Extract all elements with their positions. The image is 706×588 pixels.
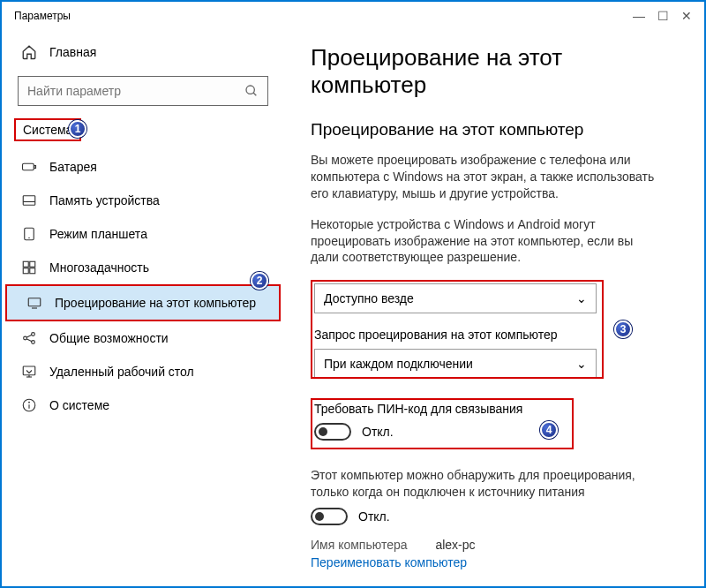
rename-link[interactable]: Переименовать компьютер bbox=[311, 555, 467, 569]
power-state: Откл. bbox=[358, 509, 390, 524]
content-area: Проецирование на этот компьютер Проециро… bbox=[284, 30, 704, 586]
svg-rect-2 bbox=[23, 163, 34, 170]
svg-rect-3 bbox=[34, 166, 36, 169]
battery-icon bbox=[21, 159, 37, 175]
maximize-button[interactable]: ☐ bbox=[657, 9, 669, 23]
search-input[interactable] bbox=[27, 84, 244, 98]
search-box[interactable] bbox=[18, 76, 268, 106]
desc-1: Вы можете проецировать изображение с тел… bbox=[311, 152, 664, 202]
nav-remote[interactable]: Удаленный рабочий стол bbox=[2, 355, 284, 388]
search-icon bbox=[244, 84, 259, 98]
project-icon bbox=[26, 295, 42, 311]
pin-toggle[interactable] bbox=[314, 423, 351, 441]
nav-about[interactable]: О системе bbox=[2, 388, 284, 422]
tablet-icon bbox=[21, 226, 37, 242]
nav-battery[interactable]: Батарея bbox=[2, 150, 284, 184]
page-subtitle: Проецирование на этот компьютер bbox=[311, 120, 680, 139]
multitask-icon bbox=[21, 260, 37, 275]
page-title: Проецирование на этот компьютер bbox=[311, 44, 680, 99]
nav-shared[interactable]: Общие возможности bbox=[2, 321, 284, 355]
nav-tablet[interactable]: Режим планшета bbox=[2, 217, 284, 251]
svg-point-15 bbox=[32, 333, 35, 336]
nav-projecting[interactable]: Проецирование на этот компьютер bbox=[5, 284, 281, 321]
home-link[interactable]: Главная bbox=[2, 35, 284, 72]
svg-line-18 bbox=[26, 339, 32, 342]
power-label: Этот компьютер можно обнаружить для прое… bbox=[311, 467, 664, 501]
pin-state: Откл. bbox=[362, 425, 394, 439]
shared-icon bbox=[21, 330, 37, 346]
callout-1: 1 bbox=[69, 120, 86, 138]
titlebar: Параметры — ☐ ✕ bbox=[2, 2, 704, 30]
chevron-down-icon: ⌄ bbox=[576, 357, 587, 371]
home-label: Главная bbox=[49, 45, 96, 59]
svg-rect-12 bbox=[28, 298, 41, 306]
ask-dropdown[interactable]: При каждом подключении ⌄ bbox=[314, 349, 597, 379]
storage-icon bbox=[21, 192, 37, 208]
callout-2: 2 bbox=[251, 272, 268, 290]
info-icon bbox=[21, 397, 37, 413]
pc-name-row: Имя компьютера alex-pc bbox=[311, 538, 680, 552]
power-toggle[interactable] bbox=[311, 508, 348, 525]
window-title: Параметры bbox=[14, 10, 71, 22]
svg-point-24 bbox=[29, 402, 30, 403]
window-controls: — ☐ ✕ bbox=[633, 9, 692, 23]
svg-point-0 bbox=[246, 86, 254, 94]
svg-rect-8 bbox=[23, 261, 28, 267]
svg-rect-4 bbox=[23, 196, 35, 206]
svg-rect-11 bbox=[30, 268, 35, 274]
nav-storage[interactable]: Память устройства bbox=[2, 184, 284, 217]
svg-point-14 bbox=[24, 336, 27, 340]
close-button[interactable]: ✕ bbox=[681, 9, 692, 23]
svg-line-17 bbox=[26, 335, 32, 337]
chevron-down-icon: ⌄ bbox=[576, 291, 587, 305]
svg-line-1 bbox=[253, 93, 256, 95]
svg-rect-10 bbox=[23, 268, 28, 274]
pin-label: Требовать ПИН-код для связывания bbox=[314, 402, 676, 416]
minimize-button[interactable]: — bbox=[633, 9, 645, 23]
remote-icon bbox=[21, 364, 37, 380]
svg-point-16 bbox=[32, 341, 35, 344]
svg-rect-9 bbox=[30, 261, 35, 267]
settings-window: Параметры — ☐ ✕ Главная Система 1 Батаре bbox=[0, 0, 706, 588]
desc-2: Некоторые устройства с Windows и Android… bbox=[311, 216, 664, 267]
sidebar: Главная Система 1 Батарея Память устройс… bbox=[2, 30, 284, 586]
home-icon bbox=[21, 44, 37, 60]
availability-dropdown[interactable]: Доступно везде ⌄ bbox=[314, 283, 597, 313]
nav-multitask[interactable]: Многозадачность bbox=[2, 251, 284, 284]
